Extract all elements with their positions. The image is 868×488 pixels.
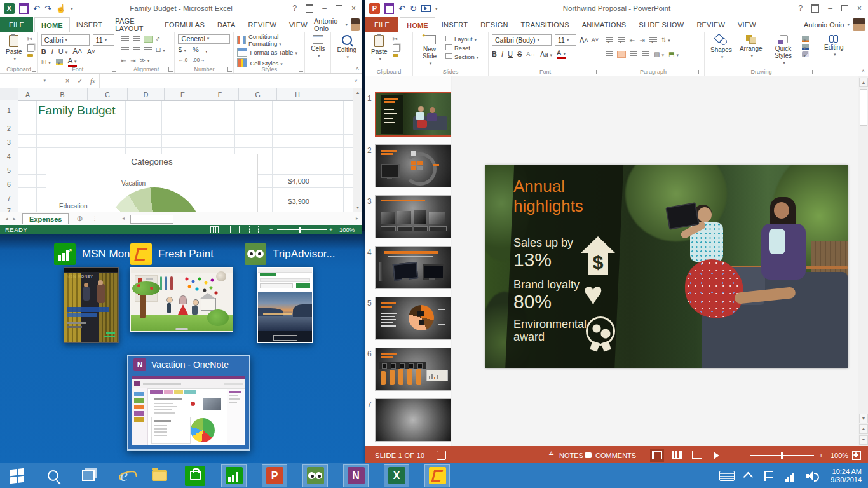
help-icon[interactable] [293,4,297,13]
tab-insert[interactable]: INSERT [70,17,109,32]
enter-entry-icon[interactable] [74,74,86,88]
sheet-vertical-scrollbar[interactable] [353,88,362,212]
notes-button[interactable]: NOTES [559,452,583,459]
account-menu[interactable]: Antonio Onio [804,17,868,32]
tab-formulas[interactable]: FORMULAS [158,17,211,32]
tripadvisor-preview[interactable] [257,267,313,343]
editing-button[interactable]: Editing [334,34,359,65]
close-icon[interactable]: × [351,4,356,13]
arrange-button[interactable]: Arrange [737,34,765,67]
zoom-in-icon[interactable]: + [819,452,823,459]
next-slide-icon[interactable] [859,435,868,445]
change-case-icon[interactable]: Aa [540,51,552,58]
slide-thumbnail-4[interactable] [375,246,451,289]
taskbar-msn-money[interactable] [221,464,247,487]
layout-button[interactable]: Layout [445,36,478,43]
font-name-combo[interactable]: Calibri [41,34,90,46]
bullets-icon[interactable] [606,37,613,43]
font-color-icon[interactable]: A [557,50,566,59]
align-left-icon[interactable] [606,51,613,57]
slide-thumbnail-3[interactable] [375,195,451,238]
tab-file[interactable]: FILE [365,17,398,32]
slide-thumbnail-6[interactable] [375,348,451,391]
hscroll-right-icon[interactable] [356,215,358,221]
taskbar-tripadvisor[interactable] [302,464,328,487]
format-painter-icon[interactable] [393,54,398,57]
font-size-combo[interactable]: 11 [93,34,114,46]
close-icon[interactable]: × [857,4,862,13]
merge-center-icon[interactable] [156,46,165,53]
scroll-down-icon[interactable] [859,414,868,423]
embedded-chart[interactable]: Categories Vacation Education [46,154,258,212]
tab-home[interactable]: HOME [400,17,435,32]
line-spacing-icon[interactable] [649,37,657,43]
align-bottom-icon[interactable] [144,36,152,42]
cell-styles-button[interactable]: Cell Styles [250,60,282,67]
slide-title[interactable]: Annual highlights [513,177,609,216]
font-dialog-launcher[interactable] [596,70,600,74]
bold-button[interactable]: B [41,48,46,55]
format-as-table-button[interactable]: Format as Table [250,49,297,56]
page-break-view-icon[interactable] [249,226,259,233]
normal-view-icon[interactable] [210,226,219,233]
collapse-ribbon-icon[interactable] [862,68,865,74]
decrease-indent-icon[interactable] [630,37,635,44]
help-icon[interactable] [799,4,803,13]
show-hidden-icons-chevron[interactable] [743,472,754,482]
msn-money-preview[interactable]: MSN MONEY [64,267,119,343]
account-menu[interactable]: Antonio Onio [314,17,362,32]
redo-icon[interactable] [44,4,51,13]
styles-dialog-launcher[interactable] [299,67,303,72]
repeat-icon[interactable] [410,4,417,13]
align-top-icon[interactable] [121,36,129,42]
tile-msn-money[interactable]: MSN Money [54,243,142,265]
taskbar-excel[interactable]: X [384,464,409,487]
next-sheet-icon[interactable] [13,215,17,222]
zoom-slider-thumb[interactable] [781,452,783,459]
name-box[interactable] [0,74,48,88]
underline-button[interactable]: U [508,50,513,58]
clipboard-dialog-launcher[interactable] [407,70,411,74]
spell-check-icon[interactable] [437,451,446,460]
tile-fresh-paint[interactable]: Fresh Paint [130,243,214,265]
stat2-label[interactable]: Brand loyalty [513,278,580,292]
insert-function-icon[interactable]: fx [86,74,99,88]
comments-button[interactable]: COMMENTS [595,452,636,459]
comma-format-icon[interactable]: , [205,46,207,53]
increase-decimal-icon[interactable]: ←.0 [178,57,187,63]
new-slide-button[interactable]: ✦ New Slide [416,34,443,67]
save-icon[interactable] [384,3,394,14]
wrap-text-icon[interactable] [140,57,150,64]
orientation-icon[interactable] [156,36,161,42]
slide-thumbnail-7[interactable] [375,398,451,442]
decrease-font-icon[interactable]: A˅ [87,48,95,55]
zoom-out-icon[interactable]: − [269,226,273,233]
ribbon-display-icon[interactable] [811,4,819,13]
start-button[interactable] [6,465,28,487]
font-dialog-launcher[interactable] [112,67,116,72]
onenote-window[interactable]: N Vacation - OneNote [127,355,250,451]
font-name-combo[interactable]: Calibri (Body) [492,34,552,46]
touch-mode-icon[interactable] [56,4,66,13]
tab-view[interactable]: VIEW [731,17,763,32]
editing-button[interactable]: Editing [822,34,846,67]
cut-icon[interactable] [393,36,400,43]
drawing-dialog-launcher[interactable] [812,70,817,74]
tab-file[interactable]: FILE [0,17,33,32]
windows-store-button[interactable] [184,465,206,487]
increase-indent-icon[interactable] [130,57,135,64]
prev-sheet-icon[interactable] [5,215,8,222]
customize-qat-icon[interactable] [435,6,438,11]
task-view-button[interactable] [78,465,99,487]
tile-tripadvisor[interactable]: TripAdvisor... [245,243,336,265]
character-spacing-icon[interactable]: A↔ [526,51,536,57]
italic-button[interactable]: I [501,50,503,58]
maximize-icon[interactable] [841,5,848,11]
tab-page-layout[interactable]: PAGE LAYOUT [109,17,158,32]
fit-slide-to-window-icon[interactable] [852,451,861,460]
cancel-entry-icon[interactable]: × [61,74,74,88]
tab-transitions[interactable]: TRANSITIONS [515,17,576,32]
align-right-icon[interactable] [630,51,637,57]
hscroll-thumb[interactable] [130,215,173,224]
underline-button[interactable]: U [58,48,67,55]
